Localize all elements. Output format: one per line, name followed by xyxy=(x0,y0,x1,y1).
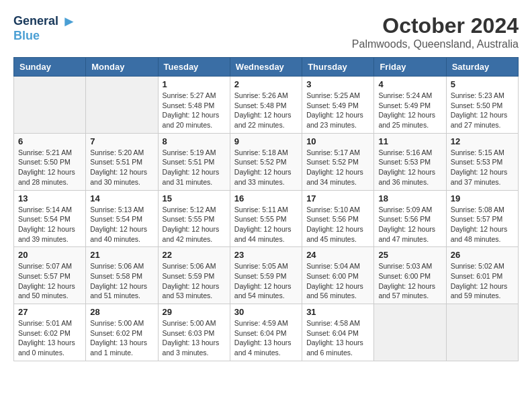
day-info: Sunrise: 5:26 AM Sunset: 5:48 PM Dayligh… xyxy=(234,91,298,130)
day-info: Sunrise: 5:20 AM Sunset: 5:51 PM Dayligh… xyxy=(90,148,153,187)
day-number: 24 xyxy=(306,250,369,260)
day-info: Sunrise: 5:06 AM Sunset: 5:59 PM Dayligh… xyxy=(163,261,226,301)
day-number: 8 xyxy=(163,136,226,146)
day-info: Sunrise: 5:00 AM Sunset: 6:02 PM Dayligh… xyxy=(90,318,153,358)
calendar-cell: 17Sunrise: 5:10 AM Sunset: 5:56 PM Dayli… xyxy=(302,190,374,247)
day-number: 20 xyxy=(18,250,81,260)
day-number: 6 xyxy=(18,136,81,146)
calendar-cell xyxy=(14,77,86,134)
day-number: 21 xyxy=(90,250,153,260)
day-number: 19 xyxy=(451,193,514,203)
day-number: 25 xyxy=(378,250,441,260)
calendar-cell: 24Sunrise: 5:04 AM Sunset: 6:00 PM Dayli… xyxy=(302,247,374,304)
calendar-cell: 7Sunrise: 5:20 AM Sunset: 5:51 PM Daylig… xyxy=(86,133,158,190)
day-info: Sunrise: 5:07 AM Sunset: 5:57 PM Dayligh… xyxy=(18,261,81,301)
page-header: General ► Blue October 2024 Palmwoods, Q… xyxy=(13,13,519,50)
day-info: Sunrise: 5:25 AM Sunset: 5:49 PM Dayligh… xyxy=(306,91,369,130)
day-number: 10 xyxy=(306,136,369,146)
weekday-header-thursday: Thursday xyxy=(302,58,374,77)
calendar-cell: 21Sunrise: 5:06 AM Sunset: 5:58 PM Dayli… xyxy=(86,247,158,304)
weekday-header-saturday: Saturday xyxy=(446,58,518,77)
calendar-cell: 26Sunrise: 5:02 AM Sunset: 6:01 PM Dayli… xyxy=(446,247,518,304)
weekday-header-wednesday: Wednesday xyxy=(230,58,302,77)
day-info: Sunrise: 5:10 AM Sunset: 5:56 PM Dayligh… xyxy=(306,205,369,244)
day-info: Sunrise: 5:23 AM Sunset: 5:50 PM Dayligh… xyxy=(451,91,514,130)
week-row-5: 27Sunrise: 5:01 AM Sunset: 6:02 PM Dayli… xyxy=(14,304,519,361)
day-number: 29 xyxy=(163,307,226,317)
day-number: 18 xyxy=(378,193,441,203)
day-number: 22 xyxy=(163,250,226,260)
day-info: Sunrise: 4:58 AM Sunset: 6:04 PM Dayligh… xyxy=(306,318,369,358)
day-info: Sunrise: 5:16 AM Sunset: 5:53 PM Dayligh… xyxy=(378,148,441,187)
calendar-cell: 4Sunrise: 5:24 AM Sunset: 5:49 PM Daylig… xyxy=(374,77,446,134)
calendar-cell: 28Sunrise: 5:00 AM Sunset: 6:02 PM Dayli… xyxy=(86,304,158,361)
calendar-cell: 9Sunrise: 5:18 AM Sunset: 5:52 PM Daylig… xyxy=(230,133,302,190)
calendar-cell: 31Sunrise: 4:58 AM Sunset: 6:04 PM Dayli… xyxy=(302,304,374,361)
day-info: Sunrise: 5:27 AM Sunset: 5:48 PM Dayligh… xyxy=(163,91,226,130)
day-info: Sunrise: 5:24 AM Sunset: 5:49 PM Dayligh… xyxy=(378,91,441,130)
calendar-cell: 3Sunrise: 5:25 AM Sunset: 5:49 PM Daylig… xyxy=(302,77,374,134)
day-info: Sunrise: 5:06 AM Sunset: 5:58 PM Dayligh… xyxy=(90,261,153,301)
day-number: 2 xyxy=(234,79,298,89)
calendar-cell: 12Sunrise: 5:15 AM Sunset: 5:53 PM Dayli… xyxy=(446,133,518,190)
calendar-cell: 19Sunrise: 5:08 AM Sunset: 5:57 PM Dayli… xyxy=(446,190,518,247)
day-number: 5 xyxy=(451,79,514,89)
day-number: 30 xyxy=(234,307,298,317)
logo-text: General ► xyxy=(13,13,77,30)
day-info: Sunrise: 5:17 AM Sunset: 5:52 PM Dayligh… xyxy=(306,148,369,187)
calendar-cell: 2Sunrise: 5:26 AM Sunset: 5:48 PM Daylig… xyxy=(230,77,302,134)
day-number: 12 xyxy=(451,136,514,146)
calendar-cell: 13Sunrise: 5:14 AM Sunset: 5:54 PM Dayli… xyxy=(14,190,86,247)
calendar-cell: 27Sunrise: 5:01 AM Sunset: 6:02 PM Dayli… xyxy=(14,304,86,361)
calendar-cell: 20Sunrise: 5:07 AM Sunset: 5:57 PM Dayli… xyxy=(14,247,86,304)
calendar-table: SundayMondayTuesdayWednesdayThursdayFrid… xyxy=(13,57,519,361)
calendar-cell: 30Sunrise: 4:59 AM Sunset: 6:04 PM Dayli… xyxy=(230,304,302,361)
calendar-cell xyxy=(374,304,446,361)
day-number: 28 xyxy=(90,307,153,317)
day-info: Sunrise: 5:19 AM Sunset: 5:51 PM Dayligh… xyxy=(163,148,226,187)
day-info: Sunrise: 5:03 AM Sunset: 6:00 PM Dayligh… xyxy=(378,261,441,301)
day-info: Sunrise: 5:04 AM Sunset: 6:00 PM Dayligh… xyxy=(306,261,369,301)
day-number: 16 xyxy=(234,193,298,203)
calendar-cell: 16Sunrise: 5:11 AM Sunset: 5:55 PM Dayli… xyxy=(230,190,302,247)
calendar-cell: 1Sunrise: 5:27 AM Sunset: 5:48 PM Daylig… xyxy=(158,77,230,134)
day-info: Sunrise: 4:59 AM Sunset: 6:04 PM Dayligh… xyxy=(234,318,298,358)
weekday-header-sunday: Sunday xyxy=(14,58,86,77)
calendar-cell: 8Sunrise: 5:19 AM Sunset: 5:51 PM Daylig… xyxy=(158,133,230,190)
week-row-4: 20Sunrise: 5:07 AM Sunset: 5:57 PM Dayli… xyxy=(14,247,519,304)
day-number: 7 xyxy=(90,136,153,146)
calendar-cell xyxy=(86,77,158,134)
weekday-header-row: SundayMondayTuesdayWednesdayThursdayFrid… xyxy=(14,58,519,77)
weekday-header-monday: Monday xyxy=(86,58,158,77)
day-info: Sunrise: 5:09 AM Sunset: 5:56 PM Dayligh… xyxy=(378,205,441,244)
day-info: Sunrise: 5:13 AM Sunset: 5:54 PM Dayligh… xyxy=(90,205,153,244)
day-number: 26 xyxy=(451,250,514,260)
day-info: Sunrise: 5:05 AM Sunset: 5:59 PM Dayligh… xyxy=(234,261,298,301)
location-title: Palmwoods, Queensland, Australia xyxy=(352,38,519,50)
day-number: 13 xyxy=(18,193,81,203)
logo: General ► Blue xyxy=(13,13,77,43)
month-title: October 2024 xyxy=(352,13,519,38)
logo-blue: Blue xyxy=(13,30,77,43)
calendar-cell xyxy=(446,304,518,361)
day-number: 14 xyxy=(90,193,153,203)
day-number: 4 xyxy=(378,79,441,89)
day-info: Sunrise: 5:15 AM Sunset: 5:53 PM Dayligh… xyxy=(451,148,514,187)
calendar-cell: 10Sunrise: 5:17 AM Sunset: 5:52 PM Dayli… xyxy=(302,133,374,190)
calendar-cell: 6Sunrise: 5:21 AM Sunset: 5:50 PM Daylig… xyxy=(14,133,86,190)
day-number: 1 xyxy=(163,79,226,89)
title-block: October 2024 Palmwoods, Queensland, Aust… xyxy=(352,13,519,50)
week-row-2: 6Sunrise: 5:21 AM Sunset: 5:50 PM Daylig… xyxy=(14,133,519,190)
logo-general: General xyxy=(13,14,58,28)
calendar-cell: 15Sunrise: 5:12 AM Sunset: 5:55 PM Dayli… xyxy=(158,190,230,247)
weekday-header-tuesday: Tuesday xyxy=(158,58,230,77)
calendar-cell: 14Sunrise: 5:13 AM Sunset: 5:54 PM Dayli… xyxy=(86,190,158,247)
day-info: Sunrise: 5:01 AM Sunset: 6:02 PM Dayligh… xyxy=(18,318,81,358)
day-info: Sunrise: 5:18 AM Sunset: 5:52 PM Dayligh… xyxy=(234,148,298,187)
day-number: 9 xyxy=(234,136,298,146)
day-number: 17 xyxy=(306,193,369,203)
day-number: 31 xyxy=(306,307,369,317)
calendar-cell: 25Sunrise: 5:03 AM Sunset: 6:00 PM Dayli… xyxy=(374,247,446,304)
calendar-cell: 5Sunrise: 5:23 AM Sunset: 5:50 PM Daylig… xyxy=(446,77,518,134)
day-info: Sunrise: 5:08 AM Sunset: 5:57 PM Dayligh… xyxy=(451,205,514,244)
